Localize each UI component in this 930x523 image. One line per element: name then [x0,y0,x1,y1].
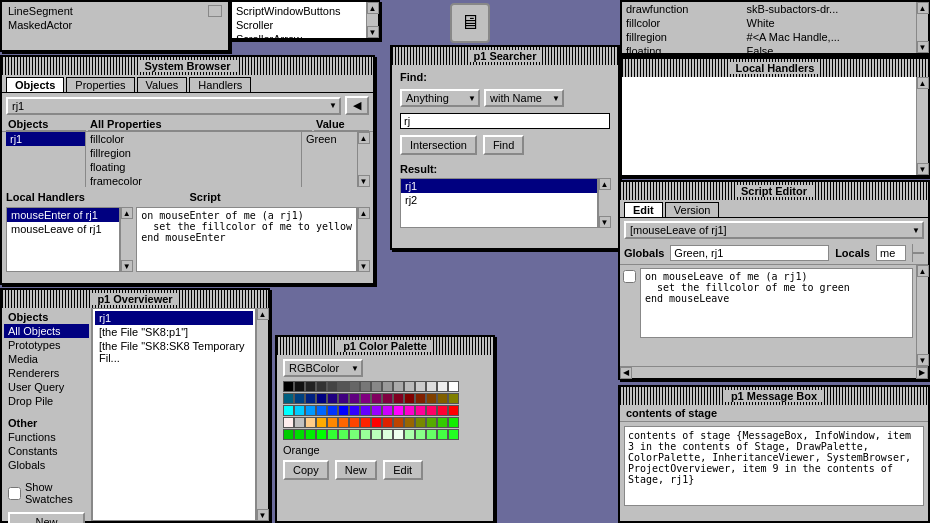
color-swatch[interactable] [426,429,437,440]
color-swatch[interactable] [404,381,415,392]
tab-properties[interactable]: Properties [66,77,134,92]
script-editor-content[interactable]: on mouseLeave of me (a rj1) set the fill… [640,268,913,338]
color-swatch[interactable] [382,393,393,404]
scrollbar-overview[interactable]: ▲ ▼ [256,308,268,521]
color-swatch[interactable] [382,381,393,392]
property-item[interactable]: floating [86,160,301,174]
intersection-button[interactable]: Intersection [400,135,477,155]
color-swatch[interactable] [448,393,459,404]
find-type-dropdown[interactable]: Anything [400,89,480,107]
color-swatch[interactable] [283,417,294,428]
overview-item-file2[interactable]: [the File "SK8:SK8 Temporary Fil... [95,339,253,365]
scrollbar-top[interactable]: ▲ ▼ [366,2,378,38]
color-swatch[interactable] [371,405,382,416]
handler-item[interactable]: mouseEnter of rj1 [7,208,119,222]
color-swatch[interactable] [393,393,404,404]
color-swatch[interactable] [327,429,338,440]
color-swatch[interactable] [426,417,437,428]
object-dropdown[interactable]: rj1 [6,97,341,115]
color-swatch[interactable] [426,393,437,404]
overview-item-rj1[interactable]: rj1 [95,311,253,325]
property-item[interactable]: framecolor [86,174,301,187]
color-swatch[interactable] [371,417,382,428]
color-mode-dropdown[interactable]: RGBColor [283,359,363,377]
color-swatch[interactable] [349,429,360,440]
color-swatch[interactable] [305,429,316,440]
color-swatch[interactable] [448,381,459,392]
color-swatch[interactable] [415,381,426,392]
edit-button[interactable]: Edit [383,460,423,480]
tab-edit[interactable]: Edit [624,202,663,217]
list-item[interactable]: Scroller [234,18,364,32]
find-input[interactable] [400,113,610,129]
all-objects-item[interactable]: All Objects [4,324,89,338]
tab-values[interactable]: Values [137,77,188,92]
user-query-item[interactable]: User Query [4,380,89,394]
find-button[interactable]: Find [483,135,524,155]
color-swatch[interactable] [316,393,327,404]
color-swatch[interactable] [316,429,327,440]
color-swatch[interactable] [448,417,459,428]
scrollbar-globals[interactable] [912,244,924,262]
color-swatch[interactable] [327,381,338,392]
tab-version[interactable]: Version [665,202,720,217]
color-swatch[interactable] [426,405,437,416]
color-swatch[interactable] [305,417,316,428]
scrollbar-script-editor[interactable]: ▲ ▼ [916,265,928,366]
color-swatch[interactable] [393,417,404,428]
drop-pile-item[interactable]: Drop Pile [4,394,89,408]
color-swatch[interactable] [415,429,426,440]
scroll-down2[interactable]: ▼ [917,163,929,175]
color-swatch[interactable] [448,405,459,416]
color-swatch[interactable] [371,393,382,404]
color-swatch[interactable] [349,393,360,404]
color-swatch[interactable] [382,429,393,440]
color-swatch[interactable] [404,429,415,440]
color-swatch[interactable] [305,405,316,416]
list-item[interactable]: ScrollerArrow [234,32,364,38]
handler-dropdown[interactable]: [mouseLeave of rj1] [624,221,924,239]
color-swatch[interactable] [283,381,294,392]
color-swatch[interactable] [283,393,294,404]
scroll-up-s[interactable]: ▲ [358,207,370,219]
color-swatch[interactable] [327,405,338,416]
scrollbar-v[interactable]: ▲ ▼ [916,2,928,53]
color-swatch[interactable] [327,393,338,404]
color-swatch[interactable] [338,429,349,440]
color-swatch[interactable] [360,417,371,428]
script-content[interactable]: on mouseEnter of me (a rj1) set the fill… [136,207,357,272]
message-box-content[interactable]: contents of stage {MessageBox, InfoWindo… [624,426,924,506]
scroll-up2[interactable]: ▲ [917,77,929,89]
color-swatch[interactable] [437,393,448,404]
color-swatch[interactable] [360,429,371,440]
scrollbar-v2[interactable]: ▲ ▼ [916,77,928,175]
functions-item[interactable]: Functions [4,430,89,444]
globals-item[interactable]: Globals [4,458,89,472]
color-swatch[interactable] [360,405,371,416]
media-item[interactable]: Media [4,352,89,366]
scroll-up-h[interactable]: ▲ [121,207,133,219]
color-swatch[interactable] [360,393,371,404]
color-swatch[interactable] [371,381,382,392]
nav-button[interactable]: ◀ [345,96,369,115]
color-swatch[interactable] [393,405,404,416]
prototypes-item[interactable]: Prototypes [4,338,89,352]
color-swatch[interactable] [349,405,360,416]
scroll-down-r[interactable]: ▼ [599,216,611,228]
color-swatch[interactable] [294,417,305,428]
color-swatch[interactable] [316,381,327,392]
scroll-up-se[interactable]: ▲ [917,265,929,277]
scrollbar-handlers[interactable]: ▲ ▼ [120,207,132,272]
color-swatch[interactable] [382,405,393,416]
color-swatch[interactable] [415,417,426,428]
color-swatch[interactable] [360,381,371,392]
overview-item-file1[interactable]: [the File "SK8:p1"] [95,325,253,339]
color-swatch[interactable] [415,393,426,404]
color-swatch[interactable] [404,405,415,416]
script-checkbox[interactable] [623,270,636,283]
scroll-down-h[interactable]: ▼ [121,260,133,272]
color-swatch[interactable] [316,417,327,428]
color-swatch[interactable] [393,429,404,440]
color-swatch[interactable] [283,405,294,416]
line-segment-item[interactable]: LineSegment [8,5,73,17]
